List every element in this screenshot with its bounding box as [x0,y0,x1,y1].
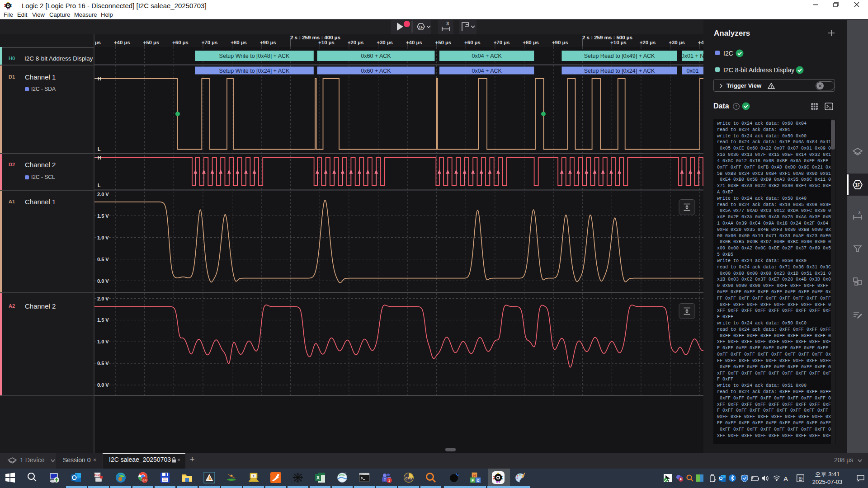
svg-text:+60 µs: +60 µs [172,40,189,45]
svg-text:+30 µs: +30 µs [377,40,393,45]
svg-text:T: T [384,478,386,481]
svg-text:C:\: C:\ [360,474,363,475]
svg-text:0x04 + ACK: 0x04 + ACK [472,68,502,74]
svg-text:0x60 + ACK: 0x60 + ACK [361,53,391,59]
svg-text:한: 한 [798,476,803,481]
svg-text:C: C [477,479,480,483]
svg-text:+20 µs: +20 µs [640,40,656,45]
svg-text:2.0 V: 2.0 V [97,296,109,301]
svg-text:+10 µs: +10 µs [318,40,335,45]
svg-text:+90 µs: +90 µs [552,40,568,45]
svg-text:+80 µs: +80 µs [231,40,247,45]
svg-text:+90 µs: +90 µs [260,40,276,45]
svg-text:L: L [98,146,101,152]
svg-text:+30 µs: +30 µs [669,40,685,45]
svg-text:CFG: CFG [406,477,412,480]
svg-text:1F: 1F [419,25,424,29]
svg-text:1.0 V: 1.0 V [97,339,109,344]
svg-text:+50 µs: +50 µs [143,40,159,45]
svg-text:0.0 V: 0.0 V [97,382,109,388]
svg-text:0.0 V: 0.0 V [97,278,109,284]
svg-text:L: L [98,183,101,188]
svg-text:Setup Read to [0x24] + ACK: Setup Read to [0x24] + ACK [584,68,655,74]
svg-text:2.0 V: 2.0 V [97,192,109,197]
svg-text:+20 µs: +20 µs [348,40,364,45]
svg-text:+70 µs: +70 µs [202,40,218,45]
svg-text:+40 µs: +40 µs [698,40,703,45]
svg-text:0x04 + ACK: 0x04 + ACK [472,53,502,59]
svg-text:2 s : 259 ms : 500 µs: 2 s : 259 ms : 500 µs [582,35,632,40]
svg-text:H: H [98,76,101,81]
svg-text:Bug: Bug [94,474,101,477]
svg-text:2 s : 259 ms : 400 µs: 2 s : 259 ms : 400 µs [290,35,340,40]
svg-text:Setup Write to [0x24] + ACK: Setup Write to [0x24] + ACK [219,68,290,74]
svg-text:F: F [472,479,474,483]
svg-text:+40 µs: +40 µs [406,40,422,45]
svg-text:3: 3 [858,211,860,215]
svg-text:1: 1 [388,479,391,483]
svg-text:0x01: 0x01 [686,68,698,74]
svg-text:+50 µs: +50 µs [435,40,451,45]
svg-text:X: X [316,475,320,480]
svg-text:+60 µs: +60 µs [464,40,481,45]
svg-text:Setup Read to [0x49] + ACK: Setup Read to [0x49] + ACK [584,53,655,59]
svg-text:T: T [253,474,255,478]
svg-text:1.0 V: 1.0 V [97,235,109,240]
svg-text:?: ? [735,104,737,109]
svg-text:+80 µs: +80 µs [523,40,539,45]
svg-text:+10 µs: +10 µs [610,40,627,45]
svg-text:0x60 + ACK: 0x60 + ACK [361,68,391,74]
svg-text:3: 3 [446,21,449,26]
svg-text:0.5 V: 0.5 V [97,257,109,262]
svg-text:+30 µs: +30 µs [94,40,101,45]
svg-text:1.5 V: 1.5 V [97,317,109,323]
svg-text:Setup Write to [0x48] + ACK: Setup Write to [0x48] + ACK [219,53,290,59]
svg-text:0x01 + N: 0x01 + N [681,53,703,59]
svg-text:+40 µs: +40 µs [114,40,130,45]
svg-text:승헉: 승헉 [142,479,147,482]
svg-text:И: И [473,474,476,478]
svg-text:0.5 V: 0.5 V [97,361,109,366]
svg-text:+70 µs: +70 µs [494,40,510,45]
svg-text:1F: 1F [855,183,860,188]
svg-text:1.5 V: 1.5 V [97,213,109,219]
svg-text:H: H [98,155,101,160]
